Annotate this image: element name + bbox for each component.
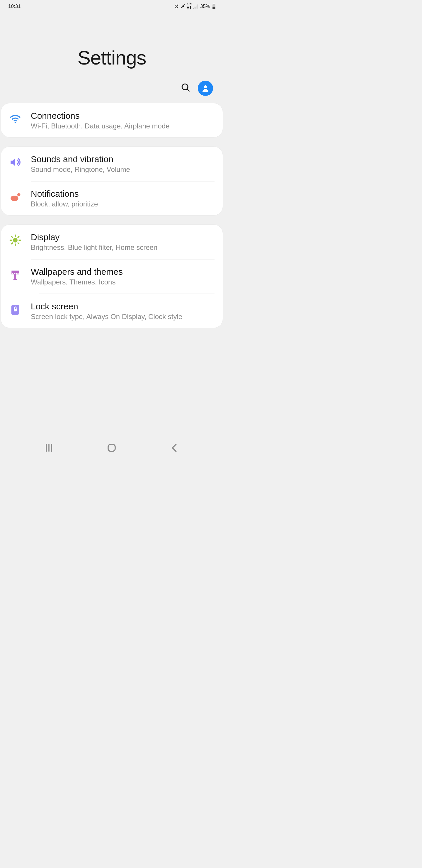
mute-icon — [180, 4, 186, 9]
row-subtitle: Screen lock type, Always On Display, Clo… — [31, 313, 215, 321]
status-time: 10:31 — [8, 3, 21, 9]
svg-line-17 — [18, 237, 19, 238]
display-icon — [9, 234, 22, 246]
svg-rect-19 — [14, 309, 17, 311]
settings-group: Connections Wi-Fi, Bluetooth, Data usage… — [1, 103, 223, 137]
row-subtitle: Block, allow, prioritize — [31, 200, 215, 208]
navigation-bar — [0, 437, 224, 460]
svg-line-4 — [187, 89, 190, 92]
back-icon — [169, 442, 180, 453]
settings-row-notifications[interactable]: Notifications Block, allow, prioritize — [1, 181, 223, 215]
recents-icon — [44, 442, 54, 453]
notifications-icon — [9, 191, 22, 203]
search-button[interactable] — [181, 83, 191, 94]
row-subtitle: Brightness, Blue light filter, Home scre… — [31, 243, 215, 252]
svg-point-8 — [17, 193, 21, 196]
svg-rect-7 — [10, 196, 18, 201]
row-title: Notifications — [31, 189, 215, 199]
svg-point-9 — [13, 238, 18, 243]
wifi-icon — [9, 113, 22, 125]
person-icon — [201, 84, 210, 93]
settings-row-display[interactable]: Display Brightness, Blue light filter, H… — [1, 225, 223, 259]
home-button[interactable] — [106, 442, 117, 454]
svg-rect-23 — [108, 444, 115, 451]
battery-percent: 35% — [200, 3, 210, 9]
svg-line-14 — [12, 237, 12, 238]
page-title: Settings — [77, 46, 146, 69]
wallpaper-icon — [9, 269, 22, 281]
settings-list: Connections Wi-Fi, Bluetooth, Data usage… — [0, 103, 224, 328]
row-subtitle: Wallpapers, Themes, Icons — [31, 278, 215, 286]
row-title: Display — [31, 232, 215, 242]
settings-row-lockscreen[interactable]: Lock screen Screen lock type, Always On … — [1, 294, 223, 328]
settings-row-connections[interactable]: Connections Wi-Fi, Bluetooth, Data usage… — [1, 103, 223, 137]
row-title: Lock screen — [31, 302, 215, 311]
settings-row-sounds[interactable]: Sounds and vibration Sound mode, Rington… — [1, 147, 223, 181]
svg-line-16 — [12, 243, 12, 244]
row-title: Sounds and vibration — [31, 154, 215, 164]
alarm-icon — [174, 4, 179, 9]
lock-icon — [9, 303, 22, 315]
row-subtitle: Sound mode, Ringtone, Volume — [31, 165, 215, 174]
status-bar: 10:31 LTE 35% — [0, 0, 224, 12]
row-title: Wallpapers and themes — [31, 267, 215, 277]
sound-icon — [9, 156, 22, 168]
signal-icon — [193, 4, 198, 9]
row-title: Connections — [31, 111, 215, 121]
home-icon — [106, 442, 117, 453]
svg-point-5 — [204, 85, 207, 88]
svg-line-15 — [18, 243, 19, 244]
recents-button[interactable] — [44, 442, 54, 454]
account-button[interactable] — [198, 81, 213, 96]
search-icon — [181, 83, 191, 93]
network-type: LTE — [187, 2, 192, 10]
status-indicators: LTE 35% — [174, 2, 217, 10]
svg-rect-2 — [213, 7, 216, 9]
settings-group: Sounds and vibration Sound mode, Rington… — [1, 146, 223, 216]
hero: Settings — [0, 12, 224, 81]
svg-point-6 — [15, 122, 16, 123]
svg-point-3 — [182, 84, 188, 90]
battery-icon — [211, 4, 217, 9]
svg-rect-0 — [213, 4, 215, 4]
back-button[interactable] — [169, 442, 180, 454]
row-subtitle: Wi-Fi, Bluetooth, Data usage, Airplane m… — [31, 122, 215, 130]
toolbar — [0, 81, 224, 103]
settings-row-wallpapers[interactable]: Wallpapers and themes Wallpapers, Themes… — [1, 259, 223, 293]
settings-group: Display Brightness, Blue light filter, H… — [1, 224, 223, 328]
